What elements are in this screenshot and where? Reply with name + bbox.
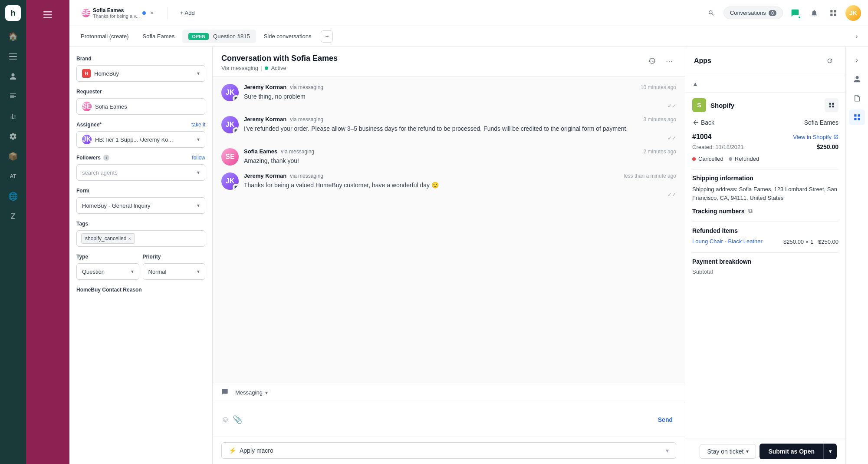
message-sender: Jeremy Korman xyxy=(244,172,286,179)
sidebar-item-home[interactable]: 🏠 xyxy=(4,28,22,45)
contact-reason-label: HomeBuy Contact Reason xyxy=(76,287,205,293)
submit-open-chevron-icon[interactable]: ▾ xyxy=(824,444,837,459)
message-header: Jeremy Korman via messaging less than a … xyxy=(244,172,676,179)
macro-icon: ⚡ xyxy=(229,447,236,454)
sidebar-item-views[interactable] xyxy=(4,48,22,65)
tab-sofia[interactable]: Sofia Eames xyxy=(137,30,181,43)
divider xyxy=(692,252,838,253)
brand-select[interactable]: H HomeBuy ▾ xyxy=(76,65,205,82)
avatar-badge xyxy=(233,95,239,101)
sidebar-menu-toggle[interactable] xyxy=(38,5,57,24)
requester-field[interactable]: SE Sofia Eames xyxy=(76,98,205,115)
followers-label: Followers i follow xyxy=(76,155,205,161)
svg-rect-4 xyxy=(43,14,52,16)
tab-close-button[interactable]: ✕ xyxy=(148,10,155,17)
back-button[interactable]: Back xyxy=(692,119,714,126)
search-icon[interactable] xyxy=(704,6,718,20)
svg-rect-9 xyxy=(832,106,834,107)
assignee-select[interactable]: JK HB:Tier 1 Supp... /Jeremy Ko... ▾ xyxy=(76,131,205,148)
sidebar-item-customers[interactable] xyxy=(4,68,22,85)
followers-select[interactable]: search agents ▾ xyxy=(76,164,205,181)
sidebar-item-reports[interactable] xyxy=(4,88,22,105)
form-select[interactable]: HomeBuy - General Inquiry ▾ xyxy=(76,197,205,214)
notifications-icon[interactable] xyxy=(807,6,821,20)
shopify-section: S Shopify Back Sofia Eames xyxy=(685,93,845,282)
shopify-open-button[interactable] xyxy=(825,98,838,112)
conversation-meta: Via messaging | Active xyxy=(221,65,338,71)
stay-on-ticket-button[interactable]: Stay on ticket ▾ xyxy=(700,444,756,459)
priority-select[interactable]: Normal ▾ xyxy=(143,263,206,280)
shopify-collapse-toggle[interactable]: ▲ xyxy=(692,75,838,93)
message-avatar: JK xyxy=(221,84,239,101)
message-text: Sure thing, no problem xyxy=(244,92,676,101)
user-avatar[interactable]: JK xyxy=(845,5,861,21)
order-amount: $250.00 xyxy=(816,143,838,150)
send-button[interactable]: Send xyxy=(654,414,676,425)
main-content: SE Sofia Eames Thanks for being a v... ✕… xyxy=(69,0,868,464)
more-options-icon[interactable]: ⋯ xyxy=(662,54,676,68)
followers-placeholder: search agents xyxy=(82,169,118,176)
apps-title: Apps xyxy=(694,57,711,65)
sidebar-item-zendesk[interactable]: Z xyxy=(4,208,22,225)
cancelled-dot xyxy=(692,157,696,161)
refresh-icon[interactable] xyxy=(823,54,837,68)
svg-rect-0 xyxy=(9,53,17,54)
current-tab[interactable]: SE Sofia Eames Thanks for being a v... ✕ xyxy=(76,5,161,21)
far-right-user-icon[interactable] xyxy=(849,71,865,87)
tab-side-conversations[interactable]: Side conversations xyxy=(258,30,318,43)
messaging-bar: Messaging ▾ xyxy=(213,383,685,402)
sidebar-item-analytics[interactable] xyxy=(4,108,22,125)
shipping-title: Shipping information xyxy=(692,175,838,182)
apply-macro-button[interactable]: ⚡ Apply macro ▾ xyxy=(221,442,676,459)
remove-tag-icon[interactable]: × xyxy=(128,236,131,241)
view-shopify-link[interactable]: View in Shopify xyxy=(793,134,838,140)
messaging-toggle[interactable]: Messaging ▾ xyxy=(232,388,271,398)
conversations-button[interactable]: Conversations 0 xyxy=(723,7,783,19)
cancelled-badge: Cancelled xyxy=(692,156,723,162)
grid-icon[interactable] xyxy=(826,6,840,20)
tags-field[interactable]: shopify_cancelled × xyxy=(76,230,205,247)
refunded-items-section: Refunded items Loung Chair - Black Leath… xyxy=(692,227,838,245)
copy-icon[interactable]: ⧉ xyxy=(748,207,753,215)
tab-bar-expand[interactable]: › xyxy=(851,30,863,43)
type-select[interactable]: Question ▾ xyxy=(76,263,139,280)
right-panel-content: ▲ S Shopify xyxy=(685,75,845,438)
requester-avatar: SE xyxy=(82,102,92,111)
history-icon[interactable] xyxy=(645,54,659,68)
shopify-navigation: Back Sofia Eames xyxy=(692,119,838,126)
svg-rect-5 xyxy=(43,17,52,19)
center-panel: Conversation with Sofia Eames Via messag… xyxy=(213,47,685,464)
svg-rect-7 xyxy=(832,103,834,105)
sidebar-item-settings[interactable] xyxy=(4,128,22,145)
item-name-link[interactable]: Loung Chair - Black Leather xyxy=(692,238,763,245)
attachment-icon[interactable]: 📎 xyxy=(233,415,242,424)
tab-protonmail[interactable]: Protonmail (create) xyxy=(75,30,135,43)
shopify-logo: S xyxy=(692,98,706,112)
conversations-label: Conversations xyxy=(730,10,766,16)
type-label: Type xyxy=(76,254,139,260)
avatar-badge xyxy=(233,184,239,190)
message-avatar: SE xyxy=(221,148,239,166)
sidebar-item-at[interactable]: AT xyxy=(4,168,22,185)
emoji-icon[interactable]: ☺ xyxy=(221,415,229,424)
far-right-doc-icon[interactable] xyxy=(849,90,865,106)
macro-chevron-icon: ▾ xyxy=(666,447,669,454)
take-it-link[interactable]: take it xyxy=(191,122,205,128)
far-right-expand-icon[interactable]: › xyxy=(849,52,865,68)
compose-icon[interactable] xyxy=(788,6,802,20)
message-row: JK Jeremy Korman via messaging 10 minute… xyxy=(221,84,676,109)
message-header: Sofia Eames via messaging 2 minutes ago xyxy=(244,148,676,155)
add-tab-button[interactable]: + Add xyxy=(175,7,200,19)
tab-avatar: SE xyxy=(82,9,90,17)
submit-as-open-button[interactable]: Submit as Open ▾ xyxy=(760,444,837,459)
sidebar-item-apps[interactable]: 📦 xyxy=(4,148,22,165)
tab-question[interactable]: OPEN Question #815 xyxy=(182,30,256,43)
sidebar-item-global[interactable]: 🌐 xyxy=(4,188,22,205)
far-right-grid-icon[interactable] xyxy=(849,109,865,125)
svg-rect-1 xyxy=(9,56,17,57)
app-logo[interactable]: h xyxy=(5,5,21,21)
follow-link[interactable]: follow xyxy=(192,155,205,161)
right-panel: Apps ▲ S xyxy=(685,47,845,464)
add-tab-icon[interactable]: + xyxy=(321,30,333,43)
tag-shopify-cancelled: shopify_cancelled × xyxy=(81,233,135,244)
